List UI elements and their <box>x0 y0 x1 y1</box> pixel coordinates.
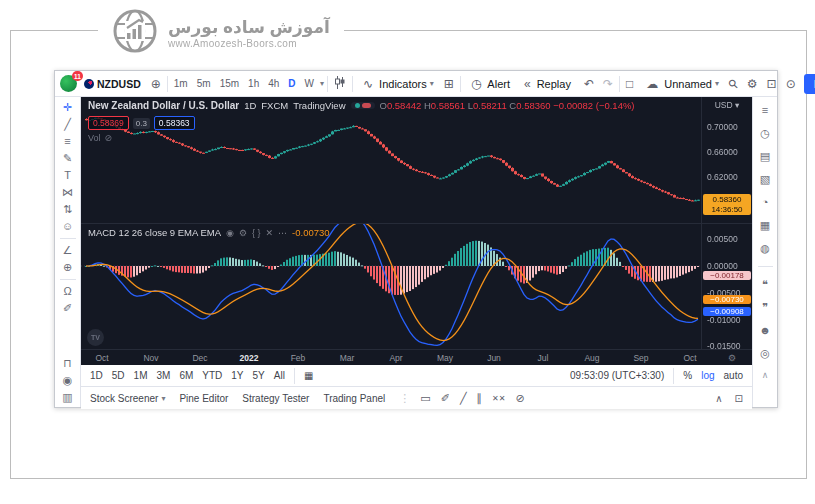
timeframe-1h[interactable]: 1h <box>245 77 262 90</box>
brush-icon[interactable]: ✎ <box>63 153 72 164</box>
search-icon[interactable]: ⚲ <box>723 73 743 93</box>
clock-display[interactable]: 09:53:09 (UTC+3:30) <box>570 370 664 381</box>
undo-icon[interactable]: ↶ <box>581 77 597 91</box>
vol-label: Vol <box>88 133 101 143</box>
go-to-date-icon[interactable]: ▦ <box>304 370 313 381</box>
long-short-position-icon[interactable]: ⇅ <box>63 204 72 215</box>
lock-all-icon[interactable]: ⊓ <box>63 358 72 369</box>
tab-stock-screener[interactable]: Stock Screener ▾ <box>90 393 165 404</box>
tab-trading-panel[interactable]: Trading Panel <box>323 393 385 404</box>
measure-icon[interactable]: ∠ <box>63 245 73 256</box>
support-icon[interactable]: ☻ <box>759 325 771 336</box>
ideas-icon[interactable]: ◍ <box>760 243 770 254</box>
percent-scale-button[interactable]: % <box>683 370 692 381</box>
watchlist-icon[interactable]: ≡ <box>762 105 768 116</box>
symbol-button[interactable]: NZDUSD <box>80 77 145 91</box>
snapshot-camera-icon[interactable]: ⊙ <box>783 77 799 91</box>
replay-button[interactable]: « Replay <box>517 76 575 92</box>
settings-gear-icon[interactable]: ⚙ <box>744 77 761 91</box>
eraser-tool-icon[interactable]: ⊘ <box>515 392 524 405</box>
notes-icon[interactable]: ▧ <box>760 174 770 185</box>
range-ytd[interactable]: YTD <box>202 370 222 381</box>
range-5y[interactable]: 5Y <box>253 370 265 381</box>
redo-icon[interactable]: ↷ <box>600 77 616 91</box>
timeframe-menu-chevron-icon[interactable]: ▾ <box>320 79 324 88</box>
drawing-mode-icon[interactable]: ✐ <box>63 303 72 314</box>
symbol-legend[interactable]: New Zealand Dollar / U.S. Dollar 1D FXCM… <box>88 100 635 111</box>
pane-divider[interactable] <box>81 223 752 224</box>
eye-off-icon[interactable]: ⊘ <box>105 133 113 143</box>
timeframe-1d[interactable]: D <box>285 77 298 90</box>
bottom-toolbar: 1D 5D 1M 3M 6M YTD 1Y 5Y All ▦ 09:53:09 … <box>81 365 752 387</box>
chart-style-candles-icon[interactable] <box>331 75 349 92</box>
legend-toggles[interactable] <box>351 102 375 109</box>
parallel-channel-icon[interactable]: ∥ <box>477 392 483 405</box>
axis-settings-gear-icon[interactable]: ⚙ <box>728 353 736 363</box>
range-1y[interactable]: 1Y <box>231 370 243 381</box>
log-scale-button[interactable]: log <box>701 370 714 381</box>
volume-legend[interactable]: Vol ⊘ <box>88 133 112 143</box>
macd-settings-icon[interactable]: ⚙ <box>239 228 247 238</box>
pattern-tool-icon[interactable]: ✕✕ <box>492 394 505 403</box>
range-1m[interactable]: 1M <box>134 370 148 381</box>
save-layout-button[interactable]: ☁ Unnamed ▾ <box>639 76 723 92</box>
timeframe-1w[interactable]: W <box>302 77 317 90</box>
tab-strategy-tester[interactable]: Strategy Tester <box>242 393 309 404</box>
hotlists-icon[interactable]: ◔ <box>762 197 769 208</box>
trendline-icon[interactable]: ╱ <box>64 119 71 130</box>
range-5d[interactable]: 5D <box>112 370 125 381</box>
alerts-icon[interactable]: ◷ <box>760 128 770 139</box>
remove-all-icon[interactable]: ▥ <box>62 392 72 403</box>
news-icon[interactable]: ▤ <box>760 151 770 162</box>
publish-button[interactable]: Publish <box>804 74 815 94</box>
emoji-icon[interactable]: ☺ <box>62 221 73 232</box>
auto-scale-button[interactable]: auto <box>724 370 743 381</box>
public-chats-icon[interactable]: ❝ <box>762 279 768 290</box>
maximize-panel-icon[interactable]: ⊡ <box>735 393 743 404</box>
range-6m[interactable]: 6M <box>179 370 193 381</box>
streams-icon[interactable]: ◎ <box>760 348 770 359</box>
line-tool-icon[interactable]: ╱ <box>460 392 467 405</box>
timeframe-4h[interactable]: 4h <box>265 77 282 90</box>
rectangle-tool-icon[interactable]: ▭ <box>420 392 430 405</box>
crosshair-icon[interactable]: ✛ <box>63 102 72 113</box>
sell-price-button[interactable]: 0.58369 <box>88 116 129 130</box>
collapse-sidebar-icon[interactable]: ∧ <box>762 371 769 380</box>
range-1d[interactable]: 1D <box>90 370 103 381</box>
text-tool-icon[interactable]: T <box>64 170 71 181</box>
macd-more-icon[interactable]: ⋯ <box>278 228 287 238</box>
tab-pine-editor[interactable]: Pine Editor <box>179 393 228 404</box>
zoom-in-icon[interactable]: ⊕ <box>63 262 72 273</box>
macd-legend[interactable]: MACD 12 26 close 9 EMA EMA ◉ ⚙ { } ✕ ⋯ -… <box>88 227 330 238</box>
indicators-button[interactable]: ∿ Indicators ▾ <box>356 76 438 92</box>
compare-icon[interactable]: ⊕ <box>148 77 164 91</box>
fullscreen-icon[interactable]: ⊡ <box>764 77 780 91</box>
collapse-panel-icon[interactable]: ∧ <box>715 393 722 404</box>
macd-chart-canvas[interactable] <box>81 223 701 349</box>
range-all[interactable]: All <box>274 370 285 381</box>
magnet-icon[interactable]: Ω <box>63 286 71 297</box>
timeframe-1m[interactable]: 1m <box>171 77 191 90</box>
timeframe-15m[interactable]: 15m <box>217 77 242 90</box>
xabcd-pattern-icon[interactable]: ⋈ <box>62 187 73 198</box>
hide-all-icon[interactable]: ◉ <box>63 375 73 386</box>
buy-price-button[interactable]: 0.58363 <box>154 116 195 130</box>
drag-handle-icon[interactable]: ⋮ <box>399 392 410 405</box>
macd-source-code-icon[interactable]: { } <box>252 228 261 238</box>
marker-tool-icon[interactable]: ✐ <box>441 392 450 405</box>
time-axis[interactable]: Oct Nov Dec 2022 Feb Mar Apr May Jun Jul… <box>81 349 752 365</box>
fib-retracement-icon[interactable]: ≡ <box>64 136 70 147</box>
macd-eye-icon[interactable]: ◉ <box>226 228 234 238</box>
time-tick-year: 2022 <box>240 353 259 363</box>
alert-button[interactable]: ◷ Alert <box>464 76 514 92</box>
calendar-icon[interactable]: ▦ <box>760 220 770 231</box>
private-chat-icon[interactable]: ❞ <box>762 302 768 313</box>
layout-icon[interactable]: □ <box>623 77 636 91</box>
macd-close-icon[interactable]: ✕ <box>266 228 274 238</box>
price-axis[interactable]: USD ▾ 0.70000 0.66000 0.62000 0.58000 0.… <box>701 97 752 349</box>
divider <box>60 238 76 239</box>
range-3m[interactable]: 3M <box>157 370 171 381</box>
timeframe-5m[interactable]: 5m <box>194 77 214 90</box>
user-avatar[interactable]: 11 <box>60 75 77 92</box>
indicator-templates-icon[interactable]: ⊞ <box>441 77 457 91</box>
